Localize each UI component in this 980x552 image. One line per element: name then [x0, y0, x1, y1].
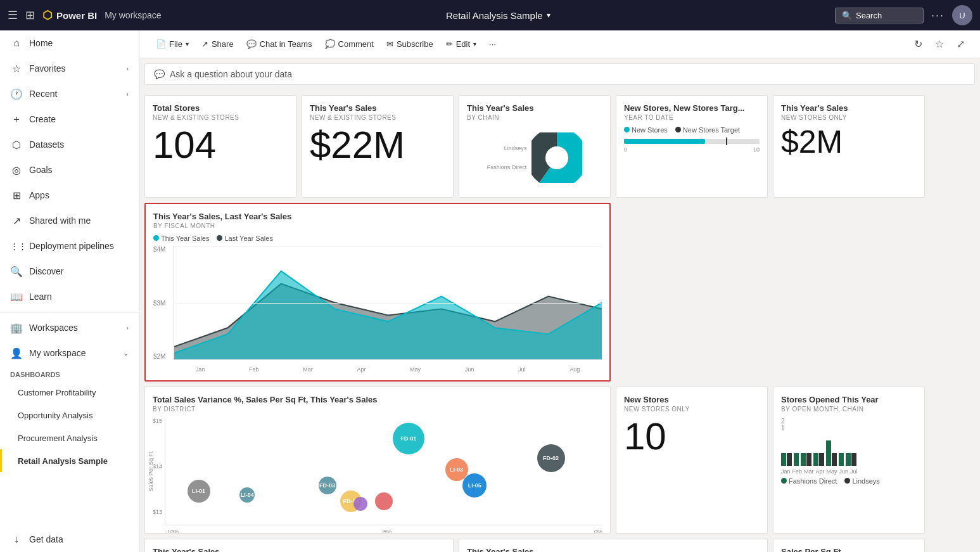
bullet-chart: 0 10: [624, 139, 760, 153]
sidebar-item-recent[interactable]: 🕐 Recent ›: [0, 81, 139, 106]
myworkspace-icon: 👤: [10, 347, 23, 359]
line-chart: $4M $3M $2M: [153, 246, 602, 373]
chat-icon: 💬: [246, 39, 257, 49]
tile-total-stores[interactable]: Total Stores NEW & EXISTING STORES 104: [144, 95, 296, 198]
toolbar-right: ↻ ☆ ⤢: [909, 35, 970, 53]
apps-icon: ⊞: [10, 189, 23, 202]
file-icon: 📄: [156, 39, 166, 49]
bubble-fd01: FD-01: [393, 423, 424, 454]
favorite-button[interactable]: ☆: [930, 35, 949, 53]
share-icon: ↗: [201, 39, 208, 49]
fullscreen-button[interactable]: ⤢: [951, 35, 970, 53]
getdata-icon: ↓: [10, 534, 23, 545]
workspaces-icon: 🏢: [10, 322, 23, 334]
tile-line-chart[interactable]: This Year's Sales, Last Year's Sales BY …: [144, 203, 611, 382]
datasets-icon: ⬡: [10, 139, 23, 151]
bubble-li04c: [353, 497, 367, 511]
subscribe-icon: ✉: [386, 39, 393, 49]
recent-icon: 🕐: [10, 88, 23, 100]
tile-sales-by-chain[interactable]: This Year's Sales BY CHAIN Lindseys Fash…: [459, 95, 611, 198]
sidebar-item-datasets[interactable]: ⬡ Datasets: [0, 132, 139, 157]
dashboard-grid: Total Stores NEW & EXISTING STORES 104 T…: [139, 90, 980, 552]
sidebar-sub-opportunity[interactable]: Opportunity Analysis: [0, 404, 139, 427]
question-icon: 💬: [154, 69, 165, 79]
bubble-li04: LI-04: [239, 487, 255, 503]
tile-sales-city[interactable]: This Year's Sales BY CITY, CHAIN NORTH A…: [459, 539, 768, 552]
report-title[interactable]: Retail Analysis Sample ▾: [169, 10, 827, 21]
comment-button[interactable]: 💭 Comment: [319, 35, 380, 53]
hamburger-icon[interactable]: ☰: [8, 8, 18, 22]
tile-stores-opened[interactable]: Stores Opened This Year BY OPEN MONTH, C…: [773, 387, 925, 534]
sidebar-item-myworkspace[interactable]: 👤 My workspace ⌄: [0, 340, 139, 366]
tile-new-stores[interactable]: New Stores NEW STORES ONLY 10: [616, 387, 768, 534]
chevron-down-icon: ⌄: [123, 349, 129, 357]
favorites-icon: ☆: [10, 63, 23, 75]
shared-icon: ↗: [10, 215, 23, 227]
line-chart-legend: This Year Sales Last Year Sales: [153, 234, 602, 242]
comment-icon: 💭: [325, 39, 335, 49]
tile-sales-postal[interactable]: This Year's Sales BY POSTAL CODE, STORE …: [144, 539, 454, 552]
nav-right: 🔍 Search ··· U: [835, 5, 972, 25]
search-box[interactable]: 🔍 Search: [835, 8, 924, 23]
sidebar-item-create[interactable]: ＋ Create: [0, 106, 139, 132]
discover-icon: 🔍: [10, 266, 23, 278]
chevron-right-icon: ›: [126, 324, 129, 331]
sidebar-sub-retail[interactable]: Retail Analysis Sample: [0, 449, 139, 472]
tile-sales-sqft[interactable]: Sales Per Sq Ft BY NAME $20 $12.86 $14.7…: [773, 539, 925, 552]
chat-button[interactable]: 💬 Chat in Teams: [240, 35, 319, 53]
chevron-right-icon: ›: [126, 90, 129, 98]
sidebar-sub-customer[interactable]: Customer Profitability: [0, 381, 139, 404]
avatar[interactable]: U: [952, 5, 972, 25]
learn-icon: 📖: [10, 291, 23, 303]
bubble-li05: LI-05: [462, 473, 487, 497]
main-content: 📄 File ▾ ↗ Share 💬 Chat in Teams 💭 Comme…: [139, 30, 980, 552]
toolbar: 📄 File ▾ ↗ Share 💬 Chat in Teams 💭 Comme…: [139, 30, 980, 58]
bubble-li04b: [375, 492, 393, 510]
tile-bubble-chart[interactable]: Total Sales Variance %, Sales Per Sq Ft,…: [144, 387, 611, 534]
stores-opened-chart: [781, 434, 917, 466]
sidebar-item-discover[interactable]: 🔍 Discover: [0, 259, 139, 284]
sidebar-item-pipelines[interactable]: ⋮⋮ Deployment pipelines: [0, 233, 139, 259]
sidebar-item-goals[interactable]: ◎ Goals: [0, 157, 139, 183]
chevron-right-icon: ›: [126, 65, 129, 72]
sidebar-item-shared[interactable]: ↗ Shared with me: [0, 208, 139, 233]
svg-point-2: [545, 146, 568, 169]
sidebar-item-learn[interactable]: 📖 Learn: [0, 284, 139, 309]
sidebar-item-apps[interactable]: ⊞ Apps: [0, 183, 139, 208]
tile-new-stores-target[interactable]: New Stores, New Stores Targ... YEAR TO D…: [616, 95, 768, 198]
subscribe-button[interactable]: ✉ Subscribe: [380, 35, 440, 53]
pipelines-icon: ⋮⋮: [10, 241, 23, 251]
file-button[interactable]: 📄 File ▾: [150, 35, 195, 53]
app-name: Power BI: [56, 10, 97, 21]
edit-button[interactable]: ✏ Edit ▾: [440, 35, 483, 53]
sidebar-sub-procurement[interactable]: Procurement Analysis: [0, 427, 139, 449]
sidebar-item-getdata[interactable]: ↓ Get data: [0, 527, 139, 552]
sidebar-item-workspaces[interactable]: 🏢 Workspaces ›: [0, 315, 139, 340]
bubble-li01: LI-01: [188, 480, 210, 503]
refresh-button[interactable]: ↻: [909, 35, 927, 53]
more-options-button[interactable]: ···: [931, 9, 945, 22]
bubble-fd02: FD-02: [537, 444, 565, 472]
grid-icon[interactable]: ⊞: [25, 8, 35, 22]
pie-chart: Lindseys Fashions Direct: [467, 126, 602, 189]
search-icon: 🔍: [842, 11, 852, 20]
tile-this-year-sales[interactable]: This Year's Sales NEW & EXISTING STORES …: [302, 95, 454, 198]
ask-question-bar[interactable]: 💬 Ask a question about your data: [144, 63, 975, 85]
tile-sales-new-stores[interactable]: This Year's Sales NEW STORES ONLY $2M: [773, 95, 925, 198]
sidebar-item-favorites[interactable]: ☆ Favorites ›: [0, 56, 139, 81]
sidebar-item-home[interactable]: ⌂ Home: [0, 30, 139, 56]
dashboards-section-label: Dashboards: [0, 366, 139, 381]
app-logo: ⬡ Power BI: [42, 8, 97, 22]
share-button[interactable]: ↗ Share: [195, 35, 240, 53]
goals-icon: ◎: [10, 164, 23, 176]
edit-icon: ✏: [446, 39, 453, 49]
bubble-fd03: FD-03: [319, 477, 336, 494]
top-nav: ☰ ⊞ ⬡ Power BI My workspace Retail Analy…: [0, 0, 980, 30]
home-icon: ⌂: [10, 37, 23, 49]
create-icon: ＋: [10, 113, 23, 126]
toolbar-more-button[interactable]: ···: [483, 35, 502, 53]
sidebar: ⌂ Home ☆ Favorites › 🕐 Recent › ＋ Create…: [0, 30, 139, 552]
bullet-legend: New Stores New Stores Target: [624, 126, 760, 134]
workspace-nav-label[interactable]: My workspace: [105, 10, 161, 20]
